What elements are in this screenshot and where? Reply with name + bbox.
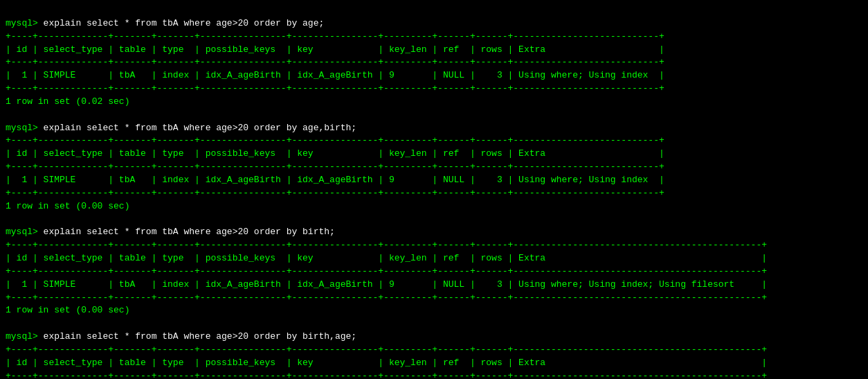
block3-row: | 1 | SIMPLE | tbA | index | idx_A_ageBi… <box>6 279 767 290</box>
block1-row: | 1 | SIMPLE | tbA | index | idx_A_ageBi… <box>6 70 664 80</box>
block2-sep-top: +----+-------------+-------+-------+----… <box>6 135 664 146</box>
block2-sep-mid: +----+-------------+-------+-------+----… <box>6 161 664 172</box>
block1-result: 1 row in set (0.02 sec) <box>6 96 129 107</box>
block2-header: | id | select_type | table | type | poss… <box>6 148 664 159</box>
block3-header: | id | select_type | table | type | poss… <box>6 253 767 263</box>
terminal-window: mysql> explain select * from tbA where a… <box>6 4 862 379</box>
block4-command: explain select * from tbA where age>20 o… <box>44 331 356 342</box>
block1-sep-mid: +----+-------------+-------+-------+----… <box>6 57 664 67</box>
block3-sep-bot: +----+-------------+-------+-------+----… <box>6 292 767 303</box>
block3-sep-top: +----+-------------+-------+-------+----… <box>6 240 767 250</box>
block4-prompt: mysql> <box>6 331 44 342</box>
block1-command: explain select * from tbA where age>20 o… <box>44 18 325 28</box>
block3-sep-mid: +----+-------------+-------+-------+----… <box>6 266 767 276</box>
block4-header: | id | select_type | table | type | poss… <box>6 358 767 368</box>
block1-sep-bot: +----+-------------+-------+-------+----… <box>6 83 664 94</box>
block3-command: explain select * from tbA where age>20 o… <box>44 227 335 237</box>
block2-prompt: mysql> <box>6 123 44 133</box>
block2-result: 1 row in set (0.00 sec) <box>6 201 129 211</box>
block1-sep-top: +----+-------------+-------+-------+----… <box>6 31 664 42</box>
block1-prompt: mysql> <box>6 18 44 28</box>
block1-header: | id | select_type | table | type | poss… <box>6 44 664 55</box>
block2-command: explain select * from tbA where age>20 o… <box>44 123 356 133</box>
block2-row: | 1 | SIMPLE | tbA | index | idx_A_ageBi… <box>6 175 664 185</box>
block2-sep-bot: +----+-------------+-------+-------+----… <box>6 188 664 198</box>
block3-prompt: mysql> <box>6 227 44 237</box>
block4-sep-top: +----+-------------+-------+-------+----… <box>6 344 767 355</box>
block3-result: 1 row in set (0.00 sec) <box>6 305 129 315</box>
block4-sep-mid: +----+-------------+-------+-------+----… <box>6 371 767 379</box>
